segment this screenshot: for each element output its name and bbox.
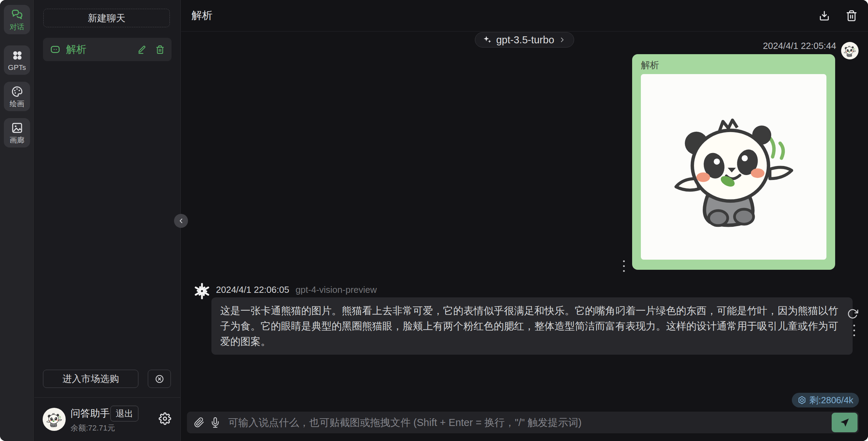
nav-rail: 对话 GPTs 绘画 画廊 bbox=[0, 0, 34, 441]
nav-item-label: GPTs bbox=[8, 64, 26, 71]
nav-item-label: 绘画 bbox=[10, 100, 24, 107]
sparkles-icon bbox=[483, 35, 492, 44]
panda-avatar-image bbox=[843, 44, 856, 57]
download-icon bbox=[818, 10, 830, 22]
user-message-avatar bbox=[841, 42, 859, 59]
token-hexagon-icon bbox=[797, 396, 806, 405]
model-selector[interactable]: gpt-3.5-turbo bbox=[475, 32, 574, 48]
user-message-bubble: 解析 bbox=[632, 54, 835, 270]
attach-file-button[interactable] bbox=[194, 417, 204, 428]
page-title: 解析 bbox=[191, 8, 212, 23]
settings-button[interactable] bbox=[159, 412, 173, 426]
trash-icon[interactable] bbox=[155, 45, 165, 54]
nav-item-draw[interactable]: 绘画 bbox=[4, 82, 30, 111]
main-header: 解析 bbox=[181, 0, 868, 31]
chat-square-icon bbox=[50, 44, 60, 55]
nav-item-gallery[interactable]: 画廊 bbox=[4, 118, 30, 147]
export-button[interactable] bbox=[818, 10, 830, 22]
assistant-message-header: 2024/4/1 22:06:05 gpt-4-vision-preview bbox=[216, 284, 377, 295]
assistant-message-text: 这是一张卡通熊猫的图片。熊猫看上去非常可爱，它的表情似乎很满足和快乐。它的嘴角叼… bbox=[220, 305, 838, 347]
regenerate-button[interactable] bbox=[847, 308, 858, 319]
openai-logo-icon bbox=[193, 282, 211, 301]
gallery-icon bbox=[11, 122, 23, 134]
balance-text: 余额:72.71元 bbox=[71, 423, 138, 433]
send-button[interactable] bbox=[832, 413, 858, 432]
clear-button[interactable] bbox=[148, 370, 171, 388]
user-name: 问答助手 bbox=[71, 407, 110, 420]
token-remaining-text: 剩:2806/4k bbox=[809, 394, 853, 406]
assistant-message-timestamp: 2024/4/1 22:06:05 bbox=[216, 284, 289, 295]
trash-icon bbox=[846, 10, 858, 22]
panda-avatar-image bbox=[46, 411, 63, 428]
nav-item-label: 对话 bbox=[10, 23, 24, 30]
user-info: 问答助手 退出 余额:72.71元 bbox=[71, 406, 138, 433]
paperclip-icon bbox=[194, 417, 204, 428]
nav-item-chat[interactable]: 对话 bbox=[4, 5, 30, 34]
assistant-message-bubble: 这是一张卡通熊猫的图片。熊猫看上去非常可爱，它的表情似乎很满足和快乐。它的嘴角叼… bbox=[211, 297, 853, 355]
refresh-icon bbox=[847, 308, 858, 319]
delete-chat-button[interactable] bbox=[846, 10, 858, 22]
market-button[interactable]: 进入市场选购 bbox=[43, 370, 138, 388]
message-composer bbox=[187, 412, 859, 433]
user-profile-row: 问答助手 退出 余额:72.71元 bbox=[43, 405, 173, 434]
clover-icon bbox=[11, 49, 23, 61]
edit-icon[interactable] bbox=[137, 45, 146, 54]
circle-x-icon bbox=[155, 374, 164, 384]
voice-input-button[interactable] bbox=[210, 417, 220, 428]
app-window: 对话 GPTs 绘画 画廊 新建聊天 解析 进入市场选购 bbox=[0, 0, 868, 441]
chat-list-item[interactable]: 解析 bbox=[43, 38, 172, 61]
user-message-menu-button[interactable] bbox=[623, 259, 625, 273]
palette-icon bbox=[11, 86, 23, 97]
message-input[interactable] bbox=[228, 417, 832, 428]
paper-plane-icon bbox=[839, 417, 850, 428]
nav-item-gpts[interactable]: GPTs bbox=[4, 45, 30, 75]
chat-bubbles-icon bbox=[11, 9, 23, 21]
sidebar-collapse-button[interactable] bbox=[174, 214, 188, 228]
chevron-left-icon bbox=[177, 217, 185, 225]
user-message-text: 解析 bbox=[641, 59, 826, 71]
gear-icon bbox=[159, 412, 171, 425]
user-avatar bbox=[43, 408, 66, 431]
new-chat-button[interactable]: 新建聊天 bbox=[43, 9, 170, 27]
token-remaining-badge: 剩:2806/4k bbox=[792, 393, 859, 407]
model-name: gpt-3.5-turbo bbox=[496, 34, 554, 46]
cartoon-panda-image bbox=[669, 102, 798, 232]
sidebar: 新建聊天 解析 进入市场选购 问答助手 退出 余额:72.71元 bbox=[34, 0, 181, 441]
assistant-message-menu-button[interactable] bbox=[853, 323, 855, 338]
logout-button[interactable]: 退出 bbox=[110, 406, 138, 421]
user-message-image[interactable] bbox=[641, 74, 826, 260]
assistant-avatar bbox=[193, 282, 211, 301]
microphone-icon bbox=[210, 417, 220, 428]
assistant-message-model: gpt-4-vision-preview bbox=[296, 284, 377, 295]
sidebar-divider bbox=[34, 397, 180, 398]
main-panel: 解析 gpt-3.5-turbo 2024/4/1 22:05:44 解析 bbox=[181, 0, 868, 441]
user-message-timestamp: 2024/4/1 22:05:44 bbox=[763, 41, 836, 51]
nav-item-label: 画廊 bbox=[10, 136, 24, 144]
chevron-right-icon bbox=[558, 36, 566, 44]
chat-item-title: 解析 bbox=[66, 43, 128, 57]
